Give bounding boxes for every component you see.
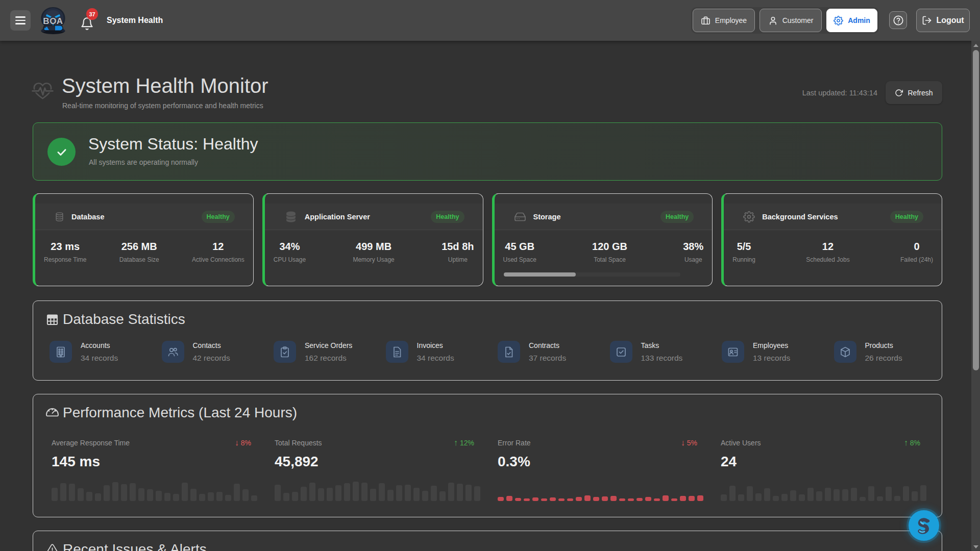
svg-text:BOA: BOA: [43, 16, 63, 26]
